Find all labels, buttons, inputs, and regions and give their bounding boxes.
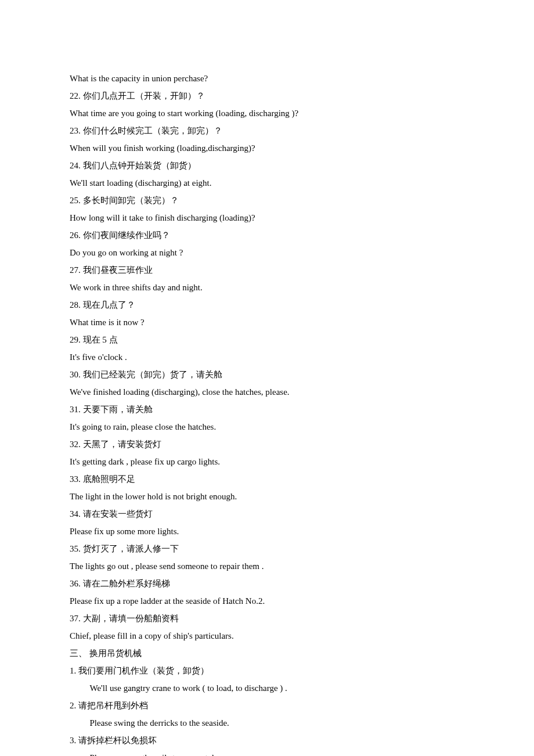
text-line: 1. 我们要用门机作业（装货，卸货） xyxy=(70,662,464,679)
text-line: 30. 我们已经装完（卸完）货了，请关舱 xyxy=(70,366,464,383)
text-line: 24. 我们八点钟开始装货（卸货） xyxy=(70,157,464,174)
text-line: 26. 你们夜间继续作业吗？ xyxy=(70,226,464,244)
text-line: 27. 我们昼夜三班作业 xyxy=(70,261,464,279)
text-line: 31. 天要下雨，请关舱 xyxy=(70,401,464,418)
text-line: 22. 你们几点开工（开装，开卸）？ xyxy=(70,87,464,105)
text-line: How long will it take to finish discharg… xyxy=(70,209,464,226)
text-line: When will you finish working (loading,di… xyxy=(70,139,464,157)
text-line: The lights go out , please send someone … xyxy=(70,557,464,575)
text-line: 23. 你们什么时候完工（装完，卸完）？ xyxy=(70,122,464,139)
text-line: 2. 请把吊杆甩到外档 xyxy=(70,697,464,714)
text-line: 三、 换用吊货机械 xyxy=(70,645,464,662)
text-line: 37. 大副，请填一份船舶资料 xyxy=(70,610,464,627)
text-line: Please swing the derricks to the seaside… xyxy=(70,714,464,732)
text-line: 34. 请在安装一些货灯 xyxy=(70,505,464,523)
text-line: Please fix up a rope ladder at the seasi… xyxy=(70,592,464,610)
text-line: What time is it now ? xyxy=(70,314,464,331)
text-line: 35. 货灯灭了，请派人修一下 xyxy=(70,540,464,557)
text-line: It's going to rain, please close the hat… xyxy=(70,418,464,435)
text-line: Please remove the rails to prevent damag… xyxy=(70,749,464,756)
text-line: It's getting dark , please fix up cargo … xyxy=(70,453,464,470)
text-line: Do you go on working at night ? xyxy=(70,244,464,261)
text-line: It's five o'clock . xyxy=(70,348,464,366)
text-line: 28. 现在几点了？ xyxy=(70,296,464,314)
text-line: 25. 多长时间卸完（装完）？ xyxy=(70,192,464,209)
text-line: What is the capacity in union perchase? xyxy=(70,70,464,87)
text-line: Please fix up some more lights. xyxy=(70,523,464,540)
text-line: 32. 天黑了，请安装货灯 xyxy=(70,435,464,453)
text-line: What time are you going to start working… xyxy=(70,105,464,122)
text-line: The light in the lower hold is not brigh… xyxy=(70,488,464,505)
text-line: We've finished loading (discharging), cl… xyxy=(70,383,464,401)
text-line: We work in three shifts day and night. xyxy=(70,279,464,296)
text-line: 33. 底舱照明不足 xyxy=(70,470,464,488)
text-line: 36. 请在二舱外栏系好绳梯 xyxy=(70,575,464,592)
text-line: We'll start loading (discharging) at eig… xyxy=(70,174,464,192)
document-page: What is the capacity in union perchase?2… xyxy=(0,0,534,756)
text-line: 3. 请拆掉栏杆以免损坏 xyxy=(70,732,464,749)
text-line: We'll use gangtry crane to work ( to loa… xyxy=(70,679,464,697)
text-line: 29. 现在 5 点 xyxy=(70,331,464,348)
text-line: Chief, please fill in a copy of ship's p… xyxy=(70,627,464,645)
